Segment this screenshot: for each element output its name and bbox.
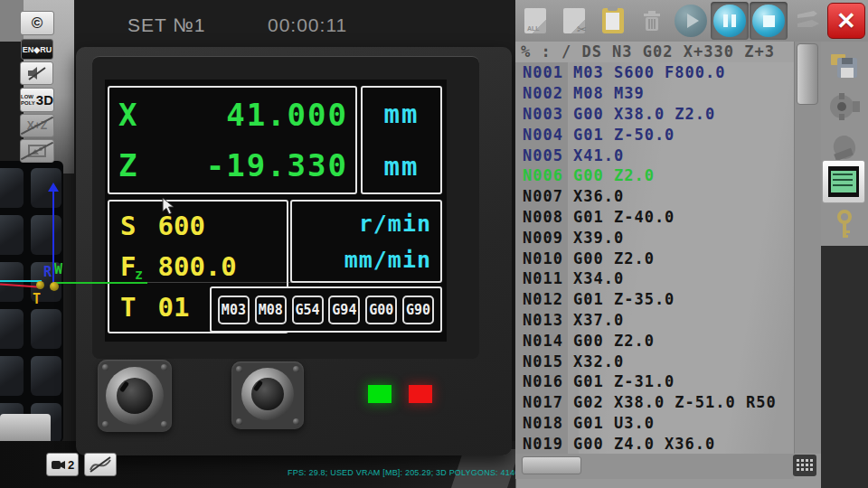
copyright-button[interactable]: © <box>20 11 54 35</box>
camera-number: 2 <box>68 458 74 472</box>
program-line[interactable]: N001M03 S600 F800.0 <box>515 62 794 83</box>
machine-key[interactable] <box>0 215 24 255</box>
program-line[interactable]: N009X39.0 <box>515 227 794 248</box>
program-line[interactable]: N002M08 M39 <box>515 83 794 104</box>
stop-button[interactable] <box>750 2 788 40</box>
keyboard-grid-icon <box>797 459 813 472</box>
program-line[interactable]: N015X32.0 <box>515 351 794 371</box>
chuck-setup-button[interactable] <box>824 87 865 127</box>
program-line[interactable]: N004G01 Z-50.0 <box>515 124 794 145</box>
feed-label: F <box>120 251 136 282</box>
paste-button[interactable] <box>594 2 632 40</box>
line-number: N002 <box>523 84 573 102</box>
gcode-status-badges: M03 M08 G54 G94 G00 G90 <box>210 286 442 333</box>
program-line[interactable]: N005X41.0 <box>515 145 794 165</box>
rotary-knob-plate <box>98 360 172 432</box>
save-program-button[interactable] <box>824 45 865 85</box>
line-code: G01 Z-40.0 <box>573 208 675 226</box>
line-number: N006 <box>523 166 573 184</box>
line-code: M03 S600 F800.0 <box>573 63 726 81</box>
cut-button[interactable]: ✂ <box>555 2 593 40</box>
language-toggle-button[interactable]: EN◆RU <box>21 39 53 60</box>
line-number: N018 <box>523 414 573 432</box>
program-line[interactable]: N011X34.0 <box>515 268 794 289</box>
horizontal-scrollbar-thumb[interactable] <box>522 456 581 474</box>
machine-key[interactable] <box>0 309 24 349</box>
program-line[interactable]: N010G00 Z2.0 <box>515 248 794 268</box>
line-code: X34.0 <box>573 269 624 287</box>
program-header-line[interactable]: % : / DS N3 G02 X+330 Z+3 <box>515 42 794 62</box>
program-line[interactable]: N016G01 Z-31.0 <box>515 371 794 392</box>
machine-key[interactable] <box>31 215 61 255</box>
line-code: G01 Z-31.0 <box>573 372 675 390</box>
program-line[interactable]: N012G01 Z-35.0 <box>515 289 794 310</box>
position-box: X 41.000 Z -19.330 <box>108 86 357 194</box>
line-number: N010 <box>523 249 573 267</box>
cnc-display-screen: X 41.000 Z -19.330 mm mm S 600 F <box>105 80 447 342</box>
mute-button[interactable] <box>20 61 53 85</box>
line-code: X36.0 <box>573 187 624 205</box>
copyright-glyph: © <box>32 14 43 33</box>
pause-icon <box>713 5 746 37</box>
program-view-button-active[interactable] <box>822 160 865 203</box>
line-code: X41.0 <box>573 146 624 164</box>
vertical-scrollbar-thumb[interactable] <box>797 43 818 105</box>
program-line[interactable]: N006G00 Z2.0 <box>515 165 794 186</box>
program-line[interactable]: N013X37.0 <box>515 310 794 331</box>
unlock-key-button[interactable] <box>824 206 865 246</box>
machine-key[interactable] <box>0 168 24 208</box>
line-code: G01 Z-35.0 <box>573 290 675 308</box>
line-code: G01 U3.0 <box>573 414 655 432</box>
virtual-keyboard-button[interactable] <box>793 455 816 476</box>
program-line[interactable]: N007X36.0 <box>515 186 794 207</box>
origin-marker <box>36 281 44 289</box>
program-line[interactable]: N003G00 X38.0 Z2.0 <box>515 104 794 125</box>
machine-key[interactable] <box>31 309 61 349</box>
spindle-unit: r/min <box>359 211 431 237</box>
tool-holder-icon <box>829 131 860 162</box>
program-line[interactable]: N017G02 X38.0 Z-51.0 R50 <box>515 392 794 413</box>
axis-z-value: -19.330 <box>206 147 348 183</box>
machine-key[interactable] <box>0 262 24 302</box>
line-code: G00 Z2.0 <box>573 249 655 267</box>
delete-button[interactable] <box>633 2 671 40</box>
select-all-button[interactable]: ALL <box>516 2 554 40</box>
close-panel-button[interactable]: ✕ <box>827 3 865 39</box>
program-line[interactable]: N019G00 Z4.0 X36.0 <box>515 433 794 454</box>
toolpath-icon <box>89 455 112 474</box>
program-line[interactable]: N008G01 Z-40.0 <box>515 207 794 228</box>
rotary-knob[interactable] <box>241 368 294 420</box>
lowpoly-line2: POLY <box>21 100 35 107</box>
green-indicator-light <box>368 385 392 403</box>
language-label: EN◆RU <box>23 45 52 54</box>
z-axis-label: z <box>135 267 143 283</box>
program-list[interactable]: N001M03 S600 F800.0N002M08 M39N003G00 X3… <box>515 62 794 454</box>
tool-library-button[interactable] <box>788 2 826 40</box>
mini-display-icon <box>828 166 859 197</box>
machine-key[interactable] <box>31 356 61 396</box>
low-poly-3d-button[interactable]: LOW POLY 3D <box>20 88 54 112</box>
program-line[interactable]: N018G01 U3.0 <box>515 413 794 434</box>
run-button[interactable] <box>672 2 710 40</box>
line-number: N005 <box>523 146 573 164</box>
lowpoly-3d-label: 3D <box>36 92 53 108</box>
program-line[interactable]: N014G00 Z2.0 <box>515 330 794 351</box>
axis-z-label: Z <box>118 147 138 183</box>
rotary-knob-plate <box>231 361 304 429</box>
toolpath-toggle-button[interactable] <box>84 453 117 476</box>
xz-axes-toggle-button[interactable]: X+Z <box>20 114 54 137</box>
origin-marker <box>50 282 59 291</box>
rotary-knob[interactable] <box>106 367 164 425</box>
axis-z-unit: mm <box>384 151 420 182</box>
key-icon <box>836 210 853 242</box>
camera-view-button[interactable]: 2 <box>46 453 79 476</box>
line-code: G00 X38.0 Z2.0 <box>573 105 715 123</box>
param-units-box: r/min mm/min <box>290 200 442 283</box>
horizontal-scrollbar[interactable] <box>515 454 794 479</box>
machine-key[interactable] <box>0 356 24 396</box>
feed-value: 800.0 <box>157 251 236 282</box>
drawing-toggle-button[interactable] <box>20 139 54 163</box>
lowpoly-line1: LOW <box>21 94 35 100</box>
pause-button[interactable] <box>711 2 749 40</box>
status-badge: G94 <box>328 296 360 324</box>
